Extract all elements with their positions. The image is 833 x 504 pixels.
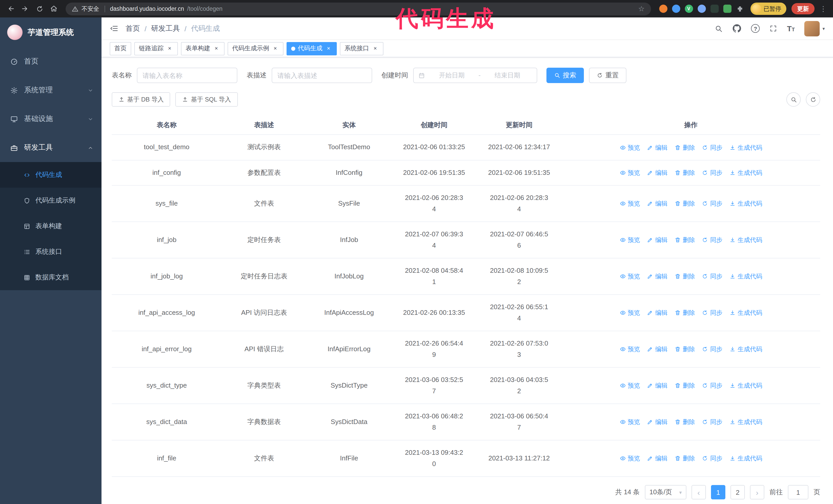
generate-code-link[interactable]: 生成代码 (730, 453, 762, 464)
preview-link[interactable]: 预览 (619, 198, 640, 210)
sync-link[interactable]: 同步 (702, 416, 722, 428)
date-end-placeholder[interactable]: 结束日期 (483, 71, 532, 80)
tab[interactable]: 首页 × (110, 42, 131, 55)
edit-link[interactable]: 编辑 (647, 271, 667, 282)
edit-link[interactable]: 编辑 (647, 380, 667, 391)
sync-link[interactable]: 同步 (702, 142, 722, 153)
preview-link[interactable]: 预览 (619, 235, 640, 246)
goto-page-input[interactable] (788, 485, 808, 499)
sync-link[interactable]: 同步 (702, 271, 722, 282)
edit-link[interactable]: 编辑 (647, 167, 667, 178)
sync-link[interactable]: 同步 (702, 344, 722, 355)
page-button-1[interactable]: 1 (711, 485, 725, 499)
sync-link[interactable]: 同步 (702, 235, 722, 246)
preview-link[interactable]: 预览 (619, 380, 640, 391)
table-desc-input[interactable] (272, 68, 372, 83)
sidebar-item-system-api[interactable]: 系统接口 (0, 239, 101, 265)
generate-code-link[interactable]: 生成代码 (730, 235, 762, 246)
browser-menu-icon[interactable]: ⋮ (818, 5, 829, 13)
date-start-placeholder[interactable]: 开始日期 (427, 71, 476, 80)
preview-link[interactable]: 预览 (619, 416, 640, 428)
tab-close-icon[interactable]: × (325, 45, 332, 52)
page-button-2[interactable]: 2 (731, 485, 745, 499)
sidebar-toggle-icon[interactable] (110, 24, 118, 33)
refresh-table-button[interactable] (806, 92, 820, 106)
generate-code-link[interactable]: 生成代码 (730, 198, 762, 210)
sidebar-item-db-doc[interactable]: 数据库文档 (0, 265, 101, 290)
sidebar-item-codegen-example[interactable]: 代码生成示例 (0, 188, 101, 213)
extension-icon-4[interactable] (697, 5, 706, 13)
sync-link[interactable]: 同步 (702, 198, 722, 210)
edit-link[interactable]: 编辑 (647, 416, 667, 428)
sync-link[interactable]: 同步 (702, 167, 722, 178)
browser-back-button[interactable] (4, 2, 18, 16)
generate-code-link[interactable]: 生成代码 (730, 271, 762, 282)
generate-code-link[interactable]: 生成代码 (730, 307, 762, 319)
preview-link[interactable]: 预览 (619, 344, 640, 355)
toggle-search-button[interactable] (786, 92, 801, 106)
app-logo[interactable]: 芋道管理系统 (0, 18, 101, 47)
tab[interactable]: 链路追踪 × (134, 42, 178, 55)
breadcrumb-dev-tools[interactable]: 研发工具 (151, 24, 180, 33)
font-size-icon[interactable]: TT (787, 25, 795, 32)
bookmark-star-icon[interactable]: ☆ (638, 5, 645, 13)
generate-code-link[interactable]: 生成代码 (730, 142, 762, 153)
generate-code-link[interactable]: 生成代码 (730, 344, 762, 355)
sidebar-item-infrastructure[interactable]: 基础设施 (0, 104, 101, 133)
address-bar[interactable]: 不安全 dashboard.yudao.iocoder.cn /tool/cod… (66, 2, 651, 15)
user-menu[interactable]: ▾ (805, 21, 825, 36)
preview-link[interactable]: 预览 (619, 307, 640, 319)
generate-code-link[interactable]: 生成代码 (730, 167, 762, 178)
extension-icon-5[interactable] (710, 5, 718, 13)
extension-icon-1[interactable] (659, 5, 667, 13)
extension-icon-6[interactable] (723, 5, 731, 13)
help-icon[interactable]: ? (751, 24, 760, 33)
delete-link[interactable]: 删除 (674, 271, 695, 282)
sidebar-item-home[interactable]: 首页 (0, 47, 101, 76)
preview-link[interactable]: 预览 (619, 142, 640, 153)
search-icon[interactable] (715, 24, 723, 32)
tab[interactable]: 代码生成 × (287, 42, 337, 55)
edit-link[interactable]: 编辑 (647, 453, 667, 464)
extension-icon-vue[interactable]: V (685, 5, 693, 13)
delete-link[interactable]: 删除 (674, 344, 695, 355)
prev-page-button[interactable]: ‹ (691, 485, 706, 499)
delete-link[interactable]: 删除 (674, 142, 695, 153)
security-label[interactable]: 不安全 (81, 5, 99, 13)
edit-link[interactable]: 编辑 (647, 307, 667, 319)
delete-link[interactable]: 删除 (674, 380, 695, 391)
preview-link[interactable]: 预览 (619, 167, 640, 178)
tab[interactable]: 系统接口 × (340, 42, 383, 55)
sync-link[interactable]: 同步 (702, 380, 722, 391)
sidebar-item-system-management[interactable]: 系统管理 (0, 76, 101, 104)
tab-close-icon[interactable]: × (272, 45, 279, 52)
search-button[interactable]: 搜索 (546, 68, 584, 83)
table-name-input[interactable] (137, 68, 237, 83)
edit-link[interactable]: 编辑 (647, 235, 667, 246)
tab-close-icon[interactable]: × (166, 45, 173, 52)
import-sql-button[interactable]: 基于 SQL 导入 (175, 92, 238, 106)
delete-link[interactable]: 删除 (674, 416, 695, 428)
sidebar-item-code-generation[interactable]: 代码生成 (0, 162, 101, 188)
tab[interactable]: 代码生成示例 × (228, 42, 284, 55)
date-range-picker[interactable]: 开始日期 - 结束日期 (413, 68, 537, 83)
tab-close-icon[interactable]: × (372, 45, 379, 52)
extension-icon-2[interactable] (672, 5, 680, 13)
next-page-button[interactable]: › (750, 485, 764, 499)
reset-button[interactable]: 重置 (589, 68, 626, 83)
browser-reload-button[interactable] (33, 2, 46, 16)
preview-link[interactable]: 预览 (619, 453, 640, 464)
breadcrumb-home[interactable]: 首页 (125, 24, 140, 33)
generate-code-link[interactable]: 生成代码 (730, 380, 762, 391)
sync-link[interactable]: 同步 (702, 307, 722, 319)
edit-link[interactable]: 编辑 (647, 344, 667, 355)
delete-link[interactable]: 删除 (674, 167, 695, 178)
delete-link[interactable]: 删除 (674, 453, 695, 464)
edit-link[interactable]: 编辑 (647, 198, 667, 210)
github-icon[interactable] (733, 24, 741, 33)
preview-link[interactable]: 预览 (619, 271, 640, 282)
delete-link[interactable]: 删除 (674, 307, 695, 319)
fullscreen-icon[interactable] (769, 25, 777, 32)
delete-link[interactable]: 删除 (674, 235, 695, 246)
edit-link[interactable]: 编辑 (647, 142, 667, 153)
